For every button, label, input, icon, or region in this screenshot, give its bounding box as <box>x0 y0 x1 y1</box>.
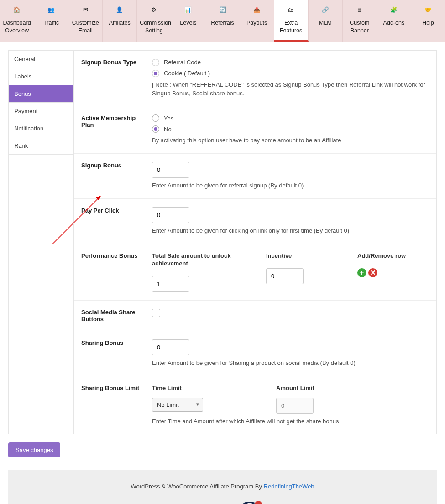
amount-limit-input[interactable] <box>276 398 314 414</box>
footer-credit: WordPress & WooCommerce Affiliate Progra… <box>17 483 428 490</box>
active-membership-label: Active Membership Plan <box>81 114 152 145</box>
signup-type-referral-code[interactable]: Referral Code <box>152 59 429 66</box>
codelist-logo-text: CodeList.in <box>268 501 359 504</box>
sidebar-item-labels[interactable]: Labels <box>9 68 73 85</box>
signup-type-note: [ Note : When "REFFERAL CODE" is selecte… <box>152 81 429 98</box>
top-tab-affiliates[interactable]: 👤Affiliates <box>103 0 137 42</box>
remove-row-icon[interactable]: ✕ <box>368 268 377 277</box>
amount-limit-header: Amount Limit <box>276 384 314 391</box>
top-tab-commission-setting[interactable]: ⚙Commission Setting <box>137 0 171 42</box>
tab-icon: 🏠 <box>3 6 31 16</box>
perf-incentive-input[interactable] <box>266 268 304 284</box>
sidebar-item-payment[interactable]: Payment <box>9 103 73 120</box>
time-limit-select[interactable]: No Limit <box>152 398 203 412</box>
sharing-limit-note: Enter Time and Amount after which Affili… <box>152 417 429 426</box>
signup-type-cookie[interactable]: Cookie ( Default ) <box>152 70 429 77</box>
perf-total-sale-header: Total Sale amount to unlock achievement <box>152 252 239 268</box>
perf-addremove-header: Add/Remove row <box>357 252 429 260</box>
top-tabs: 🏠Dashboard Overview👥Traffic✉Customize Em… <box>0 0 445 42</box>
performance-bonus-label: Performance Bonus <box>81 252 152 292</box>
pay-per-click-input[interactable] <box>152 207 189 223</box>
top-tab-traffic[interactable]: 👥Traffic <box>34 0 68 42</box>
sharing-bonus-input[interactable] <box>152 339 189 355</box>
pay-per-click-label: Pay Per Click <box>81 207 152 235</box>
tab-icon: ⚙ <box>140 6 168 16</box>
sidebar-item-rank[interactable]: Rank <box>9 137 73 155</box>
stars-rating-button[interactable]: Stars Rating <box>172 494 226 504</box>
documentation-button[interactable]: Documentation <box>88 494 150 504</box>
top-tab-customize-email[interactable]: ✉Customize Email <box>68 0 103 42</box>
footer: WordPress & WooCommerce Affiliate Progra… <box>8 470 437 504</box>
sharing-bonus-note: Enter Amount to be given for Sharing a p… <box>152 359 429 368</box>
sidebar-item-bonus[interactable]: Bonus <box>9 85 73 103</box>
signup-bonus-type-label: Signup Bonus Type <box>81 59 152 98</box>
pay-per-click-note: Enter Amount to be given for clicking on… <box>152 227 429 235</box>
tab-icon: 🗂 <box>277 6 305 16</box>
top-tab-help[interactable]: 🤝Help <box>411 0 445 42</box>
tab-icon: 🔗 <box>311 6 340 16</box>
sidebar-item-notification[interactable]: Notification <box>9 120 73 137</box>
codelist-logo-icon: C CodeList <box>234 498 263 504</box>
settings-form: Signup Bonus Type Referral Code Cookie (… <box>73 50 437 435</box>
top-tab-custom-banner[interactable]: 🖥Custom Banner <box>343 0 377 42</box>
tab-icon: 🖥 <box>346 6 374 16</box>
sharing-bonus-limit-label: Sharing Bonus Limit <box>81 384 152 426</box>
tab-icon: 📊 <box>174 6 202 16</box>
add-row-icon[interactable]: + <box>357 268 366 277</box>
signup-bonus-input[interactable] <box>152 162 189 178</box>
tab-icon: 👤 <box>105 6 134 16</box>
signup-bonus-label: Signup Bonus <box>81 162 152 190</box>
tab-icon: 🤝 <box>414 6 442 16</box>
top-tab-referrals[interactable]: 🔄Referrals <box>205 0 240 42</box>
tab-icon: 🔄 <box>208 6 236 16</box>
top-tab-levels[interactable]: 📊Levels <box>171 0 205 42</box>
membership-yes[interactable]: Yes <box>152 114 429 122</box>
save-changes-button[interactable]: Save changes <box>8 442 60 457</box>
tab-icon: 📤 <box>243 6 271 16</box>
top-tab-mlm[interactable]: 🔗MLM <box>309 0 343 42</box>
social-share-checkbox[interactable] <box>152 309 160 317</box>
top-tab-dashboard-overview[interactable]: 🏠Dashboard Overview <box>0 0 34 42</box>
membership-no[interactable]: No <box>152 125 429 133</box>
tab-icon: 🧩 <box>380 6 408 16</box>
top-tab-add-ons[interactable]: 🧩Add-ons <box>377 0 411 42</box>
perf-incentive-header: Incentive <box>266 252 330 260</box>
membership-note: By activating this option user have to p… <box>152 136 429 145</box>
redefiningtheweb-link[interactable]: RedefiningTheWeb <box>264 483 314 490</box>
sharing-bonus-label: Sharing Bonus <box>81 339 152 368</box>
settings-sidebar: GeneralLabelsBonusPaymentNotificationRan… <box>8 50 73 435</box>
social-share-buttons-label: Social Media Share Buttons <box>81 309 152 322</box>
top-tab-extra-features[interactable]: 🗂Extra Features <box>274 0 309 42</box>
perf-total-sale-input[interactable] <box>152 276 189 292</box>
tab-icon: ✉ <box>71 6 99 16</box>
tab-icon: 👥 <box>37 6 65 16</box>
top-tab-payouts[interactable]: 📤Payouts <box>240 0 274 42</box>
sidebar-item-general[interactable]: General <box>9 51 73 68</box>
signup-bonus-note: Enter Amount to be given for referral si… <box>152 182 429 190</box>
time-limit-header: Time Limit <box>152 384 203 391</box>
